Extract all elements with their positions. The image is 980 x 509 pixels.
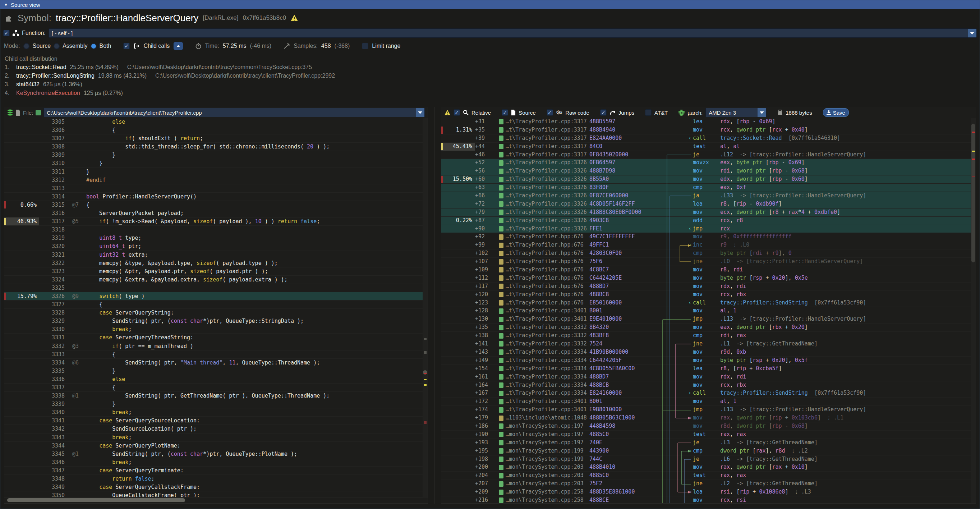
source-line[interactable]: 3327 { bbox=[4, 301, 428, 309]
title-bar[interactable]: ▼ Source view bbox=[0, 0, 980, 9]
asm-row[interactable]: +195…mon\TracySystem.cpp:199443900→cmpdw… bbox=[441, 447, 976, 455]
asm-row[interactable]: +120…t\TracyProfiler.hpp:676488BCBmovrcx… bbox=[441, 291, 976, 299]
asm-row[interactable]: 0.22%+87…t\TracyProfiler.cpp:33264903C8a… bbox=[441, 217, 976, 225]
pane-divider[interactable] bbox=[428, 107, 441, 504]
source-line[interactable]: 3332@3 if( ptr == m_mainThread ) bbox=[4, 342, 428, 350]
source-line[interactable]: 3350 QueueCallstackFrame( ptr ); bbox=[4, 492, 428, 497]
asm-row[interactable]: +154…t\TracyProfiler.cpp:33344C8D055FBA0… bbox=[441, 365, 976, 373]
save-button[interactable]: Save bbox=[823, 108, 849, 117]
asm-row[interactable]: +198…mon\TracySystem.cpp:199744Cje.L6 ->… bbox=[441, 455, 976, 464]
source-checkbox[interactable]: ✓ bbox=[502, 109, 508, 116]
source-line[interactable]: 3343 break; bbox=[4, 434, 428, 442]
asm-row[interactable]: +39…t\TracyProfiler.cpp:3317E824AA0000‹c… bbox=[441, 134, 976, 143]
source-line[interactable]: 3338@1 SendString( ptr, GetThreadName( p… bbox=[4, 392, 428, 400]
asm-row[interactable]: +161…t\TracyProfiler.cpp:3334488BD7movrd… bbox=[441, 373, 976, 382]
att-checkbox[interactable]: ✓ bbox=[645, 109, 652, 116]
source-line[interactable]: 3306 { bbox=[4, 126, 428, 134]
source-line[interactable]: 3336 else bbox=[4, 375, 428, 383]
source-line[interactable]: 3314bool Profiler::HandleServerQuery() bbox=[4, 192, 428, 201]
raw-code-checkbox[interactable]: ✓ bbox=[547, 109, 553, 116]
source-line[interactable]: 3329 SendString( ptr, (const char*)ptr, … bbox=[4, 317, 428, 325]
asm-row[interactable]: +90…t\TracyProfiler.cpp:3326FFE1‹jmprcx bbox=[441, 225, 976, 233]
source-line[interactable]: 3309 } bbox=[4, 151, 428, 159]
relative-checkbox[interactable]: ✓ bbox=[453, 109, 460, 116]
function-checkbox[interactable]: ✓ bbox=[3, 30, 10, 36]
asm-row[interactable]: +99…t\TracyProfiler.hpp:67649FFC1→incr9 … bbox=[441, 241, 976, 250]
function-select[interactable]: [ - self - ] bbox=[49, 29, 977, 38]
source-line[interactable]: 3345@1 SendString( ptr, (const char*)ptr… bbox=[4, 450, 428, 458]
source-line[interactable]: 3322 memcpy( &type, &payload.type, sizeo… bbox=[4, 259, 428, 267]
asm-row[interactable]: +193…mon\TracySystem.cpp:197740Eje.L3 ->… bbox=[441, 439, 976, 447]
asm-row[interactable]: +112…t\TracyProfiler.hpp:676C64424205Emo… bbox=[441, 274, 976, 283]
asm-row[interactable]: +207…mon\TracySystem.cpp:20375F2jne.L2 -… bbox=[441, 480, 976, 488]
source-line[interactable]: 3331 case ServerQueryThreadString: bbox=[4, 334, 428, 342]
asm-row[interactable]: +128…t\TracyProfiler.cpp:3401B001moval, … bbox=[441, 307, 976, 315]
source-line[interactable]: 3340 break; bbox=[4, 408, 428, 417]
source-hscrollbar[interactable] bbox=[4, 497, 428, 503]
source-line[interactable]: 3307 if( shouldExit ) return; bbox=[4, 134, 428, 143]
assembly-scrollbar[interactable] bbox=[970, 118, 976, 503]
source-line[interactable]: 3334@6 SendString( ptr, "Main thread", 1… bbox=[4, 359, 428, 367]
source-line[interactable]: 0.66%3315@7{ bbox=[4, 201, 428, 209]
asm-row[interactable]: +164…t\TracyProfiler.cpp:3334488BCBmovrc… bbox=[441, 382, 976, 390]
source-line[interactable]: 3320 uint64_t ptr; bbox=[4, 242, 428, 251]
asm-row[interactable]: +66…t\TracyProfiler.cpp:33260F87CE060000… bbox=[441, 192, 976, 200]
asm-row[interactable]: +179…1103\include\atomic:1048488B05B63C1… bbox=[441, 414, 976, 422]
asm-row[interactable]: +63…t\TracyProfiler.cpp:332683F80Fcmpeax… bbox=[441, 184, 976, 192]
asm-row[interactable]: +143…t\TracyProfiler.cpp:333441B90B00000… bbox=[441, 348, 976, 356]
source-line[interactable]: 15.79%3326@9 switch( type ) bbox=[4, 292, 428, 301]
mode-radio-both[interactable] bbox=[91, 43, 97, 49]
asm-row[interactable]: +135…t\TracyProfiler.cpp:33328B4320movea… bbox=[441, 323, 976, 332]
source-line[interactable]: 3324 memcpy( &extra, &payload.extra, siz… bbox=[4, 276, 428, 284]
source-line[interactable]: 3344 case ServerQueryPlotName: bbox=[4, 442, 428, 450]
asm-row[interactable]: +216…mon\TracySystem.cpp:258488BCEmovrcx… bbox=[441, 496, 976, 503]
asm-row[interactable]: +138…t\TracyProfiler.cpp:3332483BF8cmprd… bbox=[441, 332, 976, 340]
child-call-item[interactable]: 3.stat64i32625 µs (1.36%) bbox=[0, 80, 980, 89]
source-line[interactable]: 3335 } bbox=[4, 367, 428, 375]
source-line[interactable]: 3337 { bbox=[4, 383, 428, 392]
asm-row[interactable]: +200…mon\TracySystem.cpp:203488B4010movr… bbox=[441, 463, 976, 472]
source-line[interactable]: 3342 SendSourceLocation( ptr ); bbox=[4, 425, 428, 433]
chevron-down-icon[interactable] bbox=[416, 108, 425, 117]
asm-row[interactable]: +174…t\TracyProfiler.cpp:3401E9B8010000j… bbox=[441, 406, 976, 414]
asm-row[interactable]: +109…t\TracyProfiler.hpp:6764C8BC7movr8,… bbox=[441, 266, 976, 274]
asm-row[interactable]: 45.41%+44…t\TracyProfiler.cpp:331784C0te… bbox=[441, 143, 976, 151]
source-line[interactable]: 3319 uint8_t type; bbox=[4, 234, 428, 242]
asm-row[interactable]: +172…t\TracyProfiler.cpp:3401B001moval, … bbox=[441, 398, 976, 406]
asm-row[interactable]: +102…t\TracyProfiler.hpp:67642803C0F00cm… bbox=[441, 250, 976, 258]
asm-row[interactable]: +190…mon\TracySystem.cpp:1974885C0testra… bbox=[441, 431, 976, 439]
source-line[interactable]: 3323 memcpy( &ptr, &payload.ptr, sizeof(… bbox=[4, 267, 428, 276]
source-line[interactable]: 3330 break; bbox=[4, 325, 428, 334]
source-line[interactable]: 3325 bbox=[4, 284, 428, 292]
asm-row[interactable]: +123…t\TracyProfiler.hpp:676E850160000‹c… bbox=[441, 299, 976, 307]
asm-row[interactable]: +209…mon\TracySystem.cpp:258488D35E88610… bbox=[441, 488, 976, 496]
source-line[interactable]: 3311} bbox=[4, 168, 428, 176]
source-line[interactable]: 3312#endif bbox=[4, 176, 428, 185]
source-line[interactable]: 3318 bbox=[4, 226, 428, 234]
source-line[interactable]: 3348 return false; bbox=[4, 475, 428, 483]
asm-row[interactable]: +46…t\TracyProfiler.cpp:33170F8435020000… bbox=[441, 151, 976, 159]
source-line[interactable]: 3321 uint32_t extra; bbox=[4, 251, 428, 259]
chevron-down-icon[interactable] bbox=[757, 108, 766, 117]
asm-row[interactable]: +72…t\TracyProfiler.cpp:33264C8D05F146F2… bbox=[441, 200, 976, 208]
source-scrollbar[interactable] bbox=[423, 118, 428, 497]
asm-row[interactable]: +149…t\TracyProfiler.cpp:3334C64424205Fm… bbox=[441, 356, 976, 365]
march-select[interactable]: AMD Zen 3 bbox=[705, 108, 767, 117]
asm-row[interactable]: +117…t\TracyProfiler.hpp:676488BD7movrdx… bbox=[441, 283, 976, 291]
asm-row[interactable]: +167…t\TracyProfiler.cpp:3334E824160000‹… bbox=[441, 389, 976, 398]
file-select[interactable]: C:\Users\wolf\Desktop\darkrl\contrib\tra… bbox=[43, 108, 425, 117]
jumps-checkbox[interactable]: ✓ bbox=[600, 109, 607, 116]
chevron-down-icon[interactable] bbox=[968, 29, 977, 37]
asm-row[interactable]: +130…t\TracyProfiler.cpp:3401E9E4010000j… bbox=[441, 315, 976, 323]
asm-row[interactable]: +79…t\TracyProfiler.cpp:3326418B8C80E0BF… bbox=[441, 208, 976, 217]
source-line[interactable]: 46.93%3317@5 if( !m_sock->Read( &payload… bbox=[4, 218, 428, 226]
asm-row[interactable]: +52…t\TracyProfiler.cpp:33260FB64597movz… bbox=[441, 159, 976, 167]
mode-radio-source[interactable] bbox=[23, 43, 29, 49]
source-line[interactable]: 3308 std::this_thread::sleep_for( std::c… bbox=[4, 143, 428, 151]
source-line[interactable]: 3305 else bbox=[4, 118, 428, 126]
asm-row[interactable]: +186…mon\TracySystem.cpp:197448B4598movr… bbox=[441, 422, 976, 431]
asm-row[interactable]: +31…t\TracyProfiler.cpp:3317488D5597lear… bbox=[441, 118, 976, 126]
asm-row[interactable]: +107…t\TracyProfiler.hpp:67675F6jne.L0 -… bbox=[441, 258, 976, 266]
child-call-item[interactable]: 1.tracy::Socket::Read25.25 ms (54.89%)C:… bbox=[0, 63, 980, 72]
source-line[interactable]: 3310 } bbox=[4, 159, 428, 167]
